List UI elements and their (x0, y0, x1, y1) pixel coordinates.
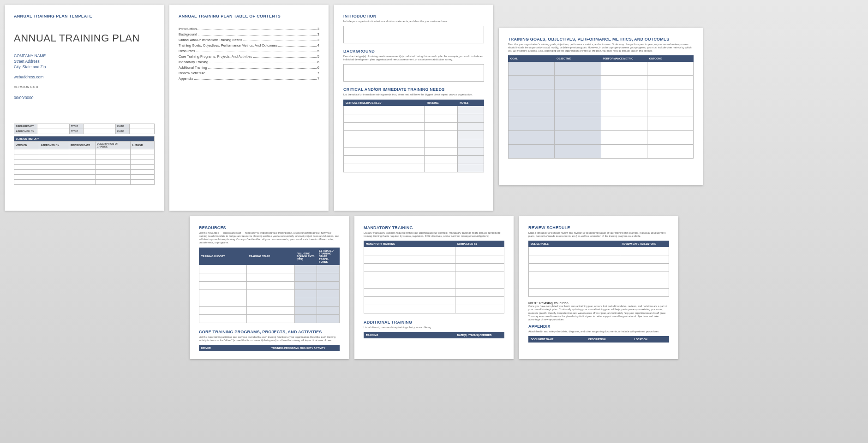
core-training-title: CORE TRAINING PROGRAMS, PROJECTS, AND AC… (199, 330, 340, 334)
company-name: COMPANY NAME (14, 53, 155, 59)
goals-title: TRAINING GOALS, OBJECTIVES, PERFORMANCE … (508, 37, 694, 41)
date-text: 00/00/0000 (14, 95, 155, 101)
background-desc: Describe the type(s) of training needs a… (343, 55, 484, 61)
resources-table: TRAINING BUDGETTRAINING STAFFFULL-TIME E… (199, 248, 340, 323)
city-state-zip: City, State and Zip (14, 65, 155, 70)
page-6-mandatory: MANDATORY TRAINING List any mandatory tr… (354, 216, 514, 359)
page-4-goals: TRAINING GOALS, OBJECTIVES, PERFORMANCE … (499, 28, 703, 185)
intro-title: INTRODUCTION (343, 14, 484, 18)
note-title: NOTE: Revising Your Plan (528, 301, 669, 305)
critical-needs-table: CRITICAL / IMMEDIATE NEEDTRAININGNOTES (343, 100, 484, 172)
resources-desc: List the resources — budget and staff — … (199, 231, 340, 245)
toc-item: Additional Training6 (179, 65, 319, 70)
intro-input-box[interactable] (343, 26, 484, 43)
goals-table: GOALOBJECTIVEPERFORMANCE METRICOUTCOME (508, 55, 694, 159)
version-text: VERSION 0.0.0 (14, 85, 155, 89)
additional-desc: List additional, non-mandatory trainings… (364, 326, 504, 329)
toc-item: Introduction3 (179, 27, 319, 31)
page-2-toc: ANNUAL TRAINING PLAN TABLE OF CONTENTS I… (169, 5, 329, 211)
review-desc: Draft a schedule for periodic review and… (528, 231, 669, 238)
resources-title: RESOURCES (199, 225, 340, 230)
toc-item: Background3 (179, 32, 319, 36)
toc-item: Mandatory Training6 (179, 60, 319, 64)
street-address: Street Address (14, 59, 155, 65)
toc-item: Critical And/Or Immediate Training Needs… (179, 38, 319, 42)
page-7-review: REVIEW SCHEDULE Draft a schedule for per… (519, 216, 678, 359)
note-desc: Once you have completed your basic annua… (528, 305, 669, 321)
page-1-cover: ANNUAL TRAINING PLAN TEMPLATE ANNUAL TRA… (5, 5, 164, 211)
web-address: webaddress.com (14, 75, 155, 80)
intro-desc: Include your organization's mission and … (343, 20, 484, 23)
pages-row-2: RESOURCES List the resources — budget an… (5, 216, 863, 359)
appendix-desc: Attach health and safety checklists, dia… (528, 330, 669, 333)
core-training-table: DRIVERTRAINING PROGRAM / PROJECT / ACTIV… (199, 345, 340, 351)
toc-header: ANNUAL TRAINING PLAN TABLE OF CONTENTS (179, 14, 319, 18)
review-title: REVIEW SCHEDULE (528, 225, 669, 230)
toc-item: Review Schedule7 (179, 71, 319, 75)
toc-item: Appendix7 (179, 77, 319, 81)
page-5-resources: RESOURCES List the resources — budget an… (190, 216, 349, 359)
appendix-table: DOCUMENT NAMEDESCRIPTIONLOCATION (528, 336, 669, 343)
mandatory-table: MANDATORY TRAININGCOMPLETED BY (364, 241, 504, 313)
version-history-table: VERSION HISTORY VERSIONAPPROVED BYREVISI… (14, 136, 155, 185)
core-training-desc: List the core training activities and se… (199, 336, 340, 342)
critical-needs-desc: List the critical or immediate training … (343, 93, 484, 96)
background-input-box[interactable] (343, 64, 484, 82)
toc-item: Resources5 (179, 49, 319, 53)
template-header: ANNUAL TRAINING PLAN TEMPLATE (14, 14, 155, 18)
signoff-table: PREPARED BYTITLEDATE APPROVED BYTITLEDAT… (14, 124, 155, 134)
toc-item: Core Training Programs, Projects, And Ac… (179, 54, 319, 59)
toc-item: Training Goals, Objectives, Performance … (179, 43, 319, 47)
mandatory-title: MANDATORY TRAINING (364, 225, 504, 230)
review-table: DELIVERABLEREVIEW DATE / MILESTONE (528, 241, 669, 297)
additional-title: ADDITIONAL TRAINING (364, 320, 504, 325)
additional-table: TRAININGDATE(S) / TIME(S) OFFERED (364, 332, 504, 338)
goals-desc: Describe your organization's training go… (508, 43, 694, 53)
critical-needs-title: CRITICAL AND/OR IMMEDIATE TRAINING NEEDS (343, 87, 484, 92)
appendix-title: APPENDIX (528, 324, 669, 329)
background-title: BACKGROUND (343, 49, 484, 53)
page-3-intro: INTRODUCTION Include your organization's… (334, 5, 493, 211)
mandatory-desc: List any mandatory trainings required wi… (364, 231, 504, 238)
main-title: ANNUAL TRAINING PLAN (14, 32, 155, 44)
document-pages: ANNUAL TRAINING PLAN TEMPLATE ANNUAL TRA… (5, 5, 863, 211)
